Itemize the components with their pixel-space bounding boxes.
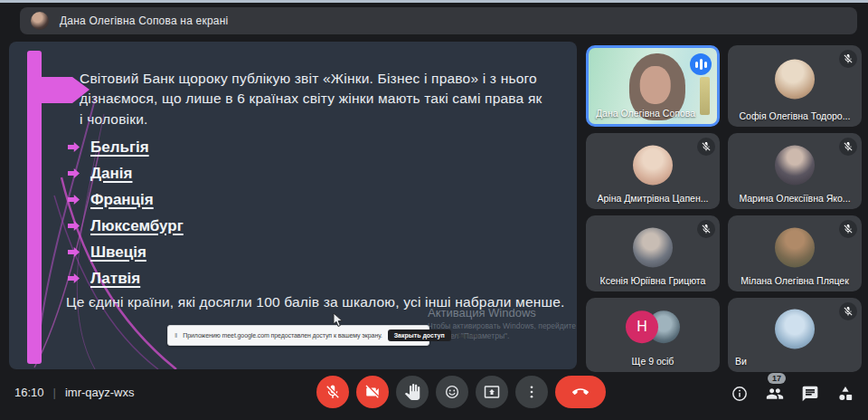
country-item: Данія [68,160,184,186]
presenter-banner: Дана Олегівна Сопова на екрані [20,7,857,34]
avatar [775,145,815,185]
end-call-icon [572,384,589,400]
mic-mute-button[interactable] [316,376,349,408]
participant-tile[interactable]: Мілана Олегівна Пляцек [728,215,862,291]
activities-icon [836,385,854,403]
mic-off-icon [839,220,857,238]
chat-button[interactable] [800,384,820,404]
avatar [775,59,815,99]
participant-name: Софія Олегівна Тодоро... [728,110,862,121]
avatar [775,310,815,349]
shared-screen-slide: Світовий Банк щороку публікую звіт «Жінк… [9,42,577,369]
audio-level-icon [690,53,712,75]
avatar-initial: Н [626,310,658,343]
country-item: Латвія [68,265,184,291]
emoji-icon [444,384,460,400]
participant-name: Мілана Олегівна Пляцек [728,275,862,286]
mic-off-icon [697,138,715,156]
clock-time: 16:10 [14,386,44,399]
participant-count-badge: 17 [768,373,786,384]
overflow-count-label: Ще 9 осіб [586,356,720,367]
mic-off-icon [839,50,857,68]
divider: | [53,386,56,399]
panel-controls: 17 [730,384,855,404]
reactions-button[interactable] [436,376,468,408]
raise-hand-button[interactable] [396,376,429,408]
stop-sharing-button[interactable]: Закрыть доступ [388,329,451,341]
presenter-banner-label: Дана Олегівна Сопова на екрані [60,14,228,27]
participant-tile[interactable]: Аріна Дмитрівна Цапен... [586,133,720,209]
more-vert-icon [524,384,540,400]
overflow-participants-tile[interactable]: Н Ще 9 осіб [586,298,720,372]
camera-off-button[interactable] [356,376,389,408]
participants-sidebar: Дана Олегівна Сопова Софія Олегівна Тодо… [586,45,863,372]
participant-name: Аріна Дмитрівна Цапен... [586,193,720,204]
participant-tile-speaker[interactable]: Дана Олегівна Сопова [586,45,720,127]
info-icon [731,385,749,403]
slide-paragraph-intro: Світовий Банк щороку публікую звіт «Жінк… [80,69,542,129]
meeting-code: imr-qayz-wxs [65,386,135,399]
meeting-details-button[interactable] [730,384,750,404]
country-item: Люксембург [68,213,184,239]
arrow-bullet-icon [68,273,80,283]
country-item: Швеція [68,239,184,265]
participant-name: Ксенія Юріївна Грицюта [586,275,720,286]
mic-off-icon [839,138,857,156]
camera-off-icon [364,384,381,400]
window-top-edge [0,0,868,3]
participant-name: Дана Олегівна Сопова [589,108,717,119]
country-item: Франція [68,186,184,213]
arrow-bullet-icon [68,221,80,231]
arrow-bullet-icon [68,247,80,257]
share-notification-message: Приложению meet.google.com предоставлен … [183,332,382,339]
participant-tile[interactable]: Марина Олексіївна Яко... [728,133,862,209]
participant-tile[interactable]: Софія Олегівна Тодоро... [728,45,862,127]
people-icon [766,385,784,403]
call-controls [316,376,606,408]
more-options-button[interactable] [515,376,548,408]
country-item: Бельгія [68,134,184,160]
avatar [775,227,815,267]
mic-off-icon [697,220,715,238]
participant-tile[interactable]: Ксенія Юріївна Грицюта [586,215,720,291]
avatar [633,145,673,185]
country-list: Бельгія Данія Франція Люксембург Швеція … [68,134,184,291]
stacked-avatars: Н [626,310,680,343]
arrow-bullet-icon [68,195,80,205]
mic-off-icon [325,384,341,400]
google-meet-window: { "banner": { "presenter_label": "Дана О… [0,0,868,420]
self-tile[interactable]: Ви [728,298,862,372]
grip-icon: ‖ [175,331,177,339]
end-call-button[interactable] [555,376,606,408]
hide-notification-link[interactable]: Скрыть [457,332,481,339]
meeting-info: 16:10 | imr-qayz-wxs [14,386,135,399]
self-label: Ви [728,356,862,367]
mouse-cursor [333,313,345,328]
present-button[interactable] [476,376,508,408]
presenter-avatar [31,12,49,30]
mic-off-icon [839,302,857,320]
arrow-bullet-icon [68,168,80,178]
arrow-bullet-icon [68,142,80,152]
present-screen-icon [484,384,500,400]
hand-icon [404,384,420,400]
screen-share-notification: ‖ Приложению meet.google.com предоставле… [167,325,429,346]
participants-button[interactable]: 17 [765,384,785,404]
participant-name: Марина Олексіївна Яко... [728,193,862,204]
avatar [633,227,673,267]
activities-button[interactable] [835,384,855,404]
chat-icon [801,385,819,403]
